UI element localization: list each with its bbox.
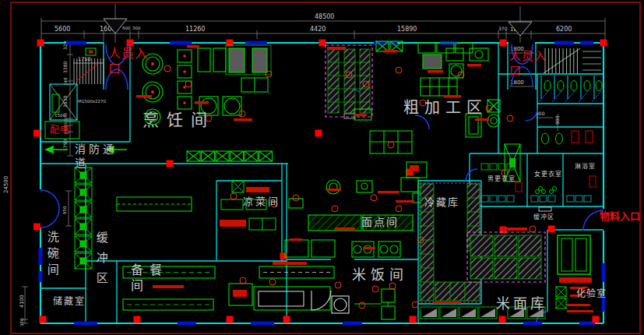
toilet-fixtures [541, 76, 602, 144]
dishwash-shelf-stack [75, 168, 92, 269]
dim-total-height: 24500 [3, 176, 9, 193]
svg-text:950: 950 [62, 206, 67, 214]
cold-dish-equipment [220, 181, 276, 230]
elevator-tag: M1500x2270 [78, 99, 106, 104]
rice-flour-store-shelves [467, 227, 545, 282]
fire-passage-arrows [46, 146, 127, 153]
svg-text:4100: 4100 [19, 294, 25, 308]
cooking-equipment [117, 45, 427, 211]
door-material-entrance [583, 210, 604, 231]
svg-text:240: 240 [63, 126, 68, 134]
doors [40, 44, 604, 323]
rough-processing-equipment [354, 41, 520, 182]
stairs-top-right [544, 48, 601, 73]
svg-text:4420: 4420 [310, 26, 326, 33]
prep-table-row [187, 151, 273, 161]
cad-floorplan-canvas[interactable]: 48500 5600 1600 600 300 11260 4420 15890… [0, 0, 644, 335]
svg-text:5600: 5600 [55, 26, 70, 33]
door-entrance-left-outer [106, 44, 128, 65]
food-prep-counters [123, 266, 215, 310]
changing-room-lockers [473, 164, 596, 211]
svg-text:600: 600 [122, 26, 131, 30]
svg-text:240: 240 [63, 112, 68, 120]
pastry-equipment [285, 178, 425, 257]
svg-text:900: 900 [554, 115, 560, 125]
label-box-top-left [86, 48, 96, 55]
door-left-wall [40, 190, 59, 227]
dry-storage-room [326, 45, 372, 118]
door-entrance-left-inner [106, 69, 128, 90]
lab-equipment [556, 235, 593, 312]
svg-text:350: 350 [19, 318, 24, 326]
rice-room-equipment [229, 262, 395, 319]
svg-text:370: 370 [498, 26, 508, 31]
svg-text:3380: 3380 [62, 62, 68, 73]
svg-text:300: 300 [132, 26, 141, 30]
floorplan-drawing: 48500 5600 1600 600 300 11260 4420 15890… [0, 0, 644, 335]
dim-total-width: 48500 [315, 13, 334, 20]
svg-text:15890: 15890 [397, 26, 417, 33]
power-room-box [45, 122, 79, 139]
svg-text:6200: 6200 [556, 26, 572, 33]
svg-text:11260: 11260 [185, 26, 205, 33]
svg-text:310: 310 [63, 119, 68, 127]
